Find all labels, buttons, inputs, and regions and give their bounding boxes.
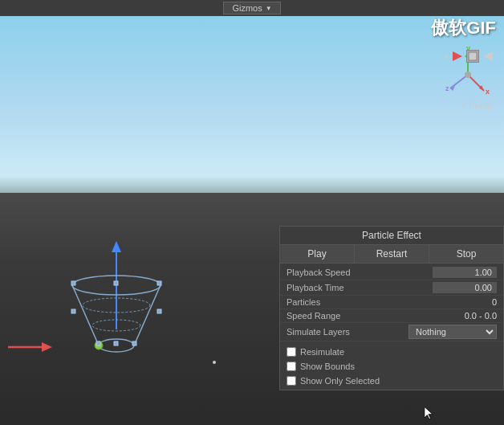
gizmos-dropdown-arrow: ▼ xyxy=(266,5,272,12)
svg-text:z: z xyxy=(445,84,449,92)
show-bounds-checkbox[interactable] xyxy=(287,362,296,371)
show-bounds-row: Show Bounds xyxy=(280,359,503,374)
svg-rect-11 xyxy=(469,52,477,60)
speed-range-row: Speed Range 0.0 - 0.0 xyxy=(280,309,503,323)
topbar: Gizmos ▼ xyxy=(0,0,504,16)
simulate-layers-row: Simulate Layers Nothing Everything xyxy=(280,323,503,341)
svg-text:x: x xyxy=(486,88,490,96)
resimulate-row: Resimulate xyxy=(280,345,503,359)
restart-button[interactable]: Restart xyxy=(355,245,429,263)
playback-speed-value[interactable]: 1.00 xyxy=(433,267,497,278)
panel-title: Particle Effect xyxy=(280,227,503,244)
panel-fields: Playback Speed 1.00 Playback Time 0.00 P… xyxy=(280,264,503,343)
resimulate-checkbox[interactable] xyxy=(287,347,296,357)
gizmos-label: Gizmos xyxy=(232,3,262,13)
playback-time-label: Playback Time xyxy=(287,283,433,292)
play-icon[interactable] xyxy=(451,50,464,63)
particles-value: 0 xyxy=(433,297,497,307)
show-only-selected-row: Show Only Selected xyxy=(280,374,503,388)
svg-marker-12 xyxy=(483,51,493,61)
playback-time-row: Playback Time 0.00 xyxy=(280,280,503,296)
particle-effect-panel: Particle Effect Play Restart Stop Playba… xyxy=(279,226,504,390)
scene-dot xyxy=(213,361,216,364)
resimulate-label[interactable]: Resimulate xyxy=(300,347,344,357)
show-bounds-label[interactable]: Show Bounds xyxy=(300,362,355,371)
particles-row: Particles 0 xyxy=(280,296,503,309)
reverse-play-icon[interactable] xyxy=(482,50,494,63)
x-label: x xyxy=(445,52,449,61)
svg-point-6 xyxy=(465,72,471,78)
show-only-selected-checkbox[interactable] xyxy=(287,376,296,386)
playback-speed-label: Playback Speed xyxy=(287,268,433,277)
svg-marker-31 xyxy=(42,342,52,352)
play-button[interactable]: Play xyxy=(280,245,355,263)
speed-range-label: Speed Range xyxy=(287,311,433,321)
simulate-layers-label: Simulate Layers xyxy=(287,327,408,337)
simulate-layers-dropdown[interactable]: Nothing Everything xyxy=(408,325,497,339)
show-only-selected-label[interactable]: Show Only Selected xyxy=(300,376,380,386)
svg-marker-10 xyxy=(453,51,462,61)
svg-line-4 xyxy=(450,75,468,88)
playback-time-value[interactable]: 0.00 xyxy=(433,282,497,293)
stop-icon[interactable] xyxy=(466,50,479,63)
gizmos-button[interactable]: Gizmos ▼ xyxy=(223,2,280,14)
x-axis-arrow xyxy=(8,339,56,355)
panel-buttons: Play Restart Stop xyxy=(280,244,503,264)
speed-range-value: 0.0 - 0.0 xyxy=(433,311,497,321)
particles-label: Particles xyxy=(287,297,433,307)
stop-button[interactable]: Stop xyxy=(429,245,503,263)
persp-label: < Persp xyxy=(461,100,492,110)
playback-speed-row: Playback Speed 1.00 xyxy=(280,265,503,280)
transport-controls[interactable]: x xyxy=(445,50,494,63)
checkbox-section: Resimulate Show Bounds Show Only Selecte… xyxy=(280,343,503,390)
